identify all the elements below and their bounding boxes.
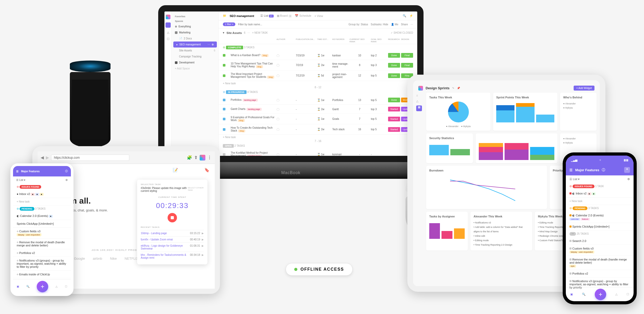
status-group-open[interactable]: OPEN 2 TASKS bbox=[219, 143, 417, 149]
current-rank-cell[interactable]: 7 bbox=[349, 117, 370, 120]
widget-security[interactable]: Security Statistics bbox=[426, 133, 473, 163]
add-view-button[interactable]: + View bbox=[314, 14, 323, 17]
task-row[interactable]: How To Create An Outstanding Tech Stackb… bbox=[219, 124, 417, 135]
date-cell[interactable]: - bbox=[296, 117, 316, 120]
goal-rank-cell[interactable]: top 5 bbox=[371, 99, 387, 102]
col-header[interactable]: GOAL SEO RANK bbox=[371, 38, 387, 43]
task-row[interactable]: ○ Notifications v3 (groups) - group by i… bbox=[13, 257, 71, 271]
author-cell[interactable]: ◯ bbox=[277, 153, 295, 156]
task-row[interactable]: Portfolios v2 bbox=[566, 270, 634, 277]
goal-rank-cell[interactable]: top 2 bbox=[371, 54, 387, 57]
keywords-cell[interactable]: Tech stack bbox=[332, 128, 348, 131]
select-other-button[interactable]: SELECT OTHER TASK bbox=[188, 187, 204, 192]
me-mode-toggle[interactable]: 👤 Me bbox=[391, 23, 398, 26]
col-header[interactable]: KEYWORDS bbox=[332, 38, 348, 43]
url-bar[interactable]: https://clickup.com bbox=[51, 155, 129, 161]
sidebar-item-campaign[interactable]: Campaign Tracking bbox=[172, 54, 218, 60]
task-row[interactable]: What is a Kanban Board?blog ◯ 7/15/19 ⌛ … bbox=[219, 51, 417, 60]
status-square-icon[interactable] bbox=[223, 64, 225, 67]
col-header[interactable]: TIME EST... bbox=[317, 38, 331, 43]
author-cell[interactable]: ◯ bbox=[277, 99, 295, 102]
goal-rank-cell[interactable]: top 3 bbox=[371, 108, 387, 111]
sidebar-item-everything[interactable]: ⊕Everything bbox=[172, 23, 218, 29]
task-scroll[interactable]: ⊖ ISSUES FOUND 1 TASK ◐ Inbox v2 ■■ + Ne… bbox=[566, 183, 634, 289]
add-icon[interactable]: + bbox=[624, 167, 630, 173]
goal-rank-cell[interactable]: top 3 bbox=[371, 64, 387, 67]
status-square-icon[interactable] bbox=[223, 99, 225, 101]
goal-rank-cell[interactable]: top 5 bbox=[371, 74, 387, 77]
filter-count-pill[interactable]: 1 filter × bbox=[223, 22, 235, 26]
list-item[interactable]: • Notifications v3 bbox=[474, 221, 529, 225]
play-icon[interactable]: ▶ bbox=[202, 238, 204, 241]
pin-icon[interactable]: 📌 bbox=[457, 87, 460, 90]
collapse-icon[interactable]: ⊖ bbox=[17, 207, 19, 210]
task-row[interactable]: ○ Custom fields v3tabpay · user-requeste… bbox=[13, 228, 71, 239]
selected-task[interactable]: #3v0mbi: Please update this image with c… bbox=[141, 187, 188, 192]
col-header[interactable]: DESIGN bbox=[401, 38, 413, 43]
status-square-icon[interactable] bbox=[223, 118, 225, 120]
keywords-cell[interactable]: kanban bbox=[332, 54, 348, 57]
widget-whos-behind[interactable]: Who's Behind ● Alexander ● Mykyta bbox=[560, 93, 597, 131]
email-icon[interactable]: ✉ bbox=[182, 168, 185, 173]
recent-task-row[interactable]: bhx - Reminders for Tasks/comments & Ass… bbox=[141, 252, 204, 261]
status-square-icon[interactable] bbox=[223, 54, 225, 57]
current-rank-cell[interactable]: 13 bbox=[349, 99, 370, 102]
status-square-icon[interactable] bbox=[223, 128, 225, 131]
bookmark-icon[interactable]: 🔖 bbox=[204, 168, 210, 173]
author-cell[interactable]: ◯ bbox=[277, 128, 295, 131]
date-cell[interactable]: 7/15/19 bbox=[296, 54, 316, 57]
widget-tasks-assignee[interactable]: Tasks by Assignee bbox=[426, 212, 468, 251]
filter-input[interactable] bbox=[238, 23, 271, 26]
new-task-button[interactable]: + New task bbox=[13, 198, 71, 205]
search-icon[interactable]: 🔍 bbox=[26, 285, 29, 288]
est-cell[interactable]: ⌛ 2w bbox=[317, 128, 331, 131]
add-widget-button[interactable]: + Add Widget bbox=[574, 86, 594, 91]
author-cell[interactable]: ◯ bbox=[277, 117, 295, 120]
current-rank-cell[interactable]: 8 bbox=[349, 64, 370, 67]
add-icon[interactable]: ⊕ bbox=[212, 43, 214, 46]
col-header[interactable]: AUTHOR bbox=[277, 38, 295, 43]
more-icon[interactable]: ⋯ bbox=[247, 31, 250, 34]
keywords-cell[interactable]: konmari bbox=[332, 153, 348, 156]
keywords-cell[interactable]: Goals bbox=[332, 117, 348, 120]
keywords-cell[interactable]: Gantt bbox=[332, 108, 348, 111]
play-icon[interactable]: ▶ bbox=[202, 244, 204, 250]
goal-rank-cell[interactable]: - bbox=[371, 153, 387, 156]
recent-task-row[interactable]: ek8hzq - Logo design for Goldeneye Swimw… bbox=[141, 242, 204, 252]
task-row[interactable]: The KonMari Method for Project Managemen… bbox=[219, 149, 417, 160]
bell-icon[interactable]: △ bbox=[56, 285, 58, 288]
menu-icon[interactable]: ☰ bbox=[569, 168, 573, 172]
task-row[interactable]: ○ Remove the modal of death (handle merg… bbox=[13, 239, 71, 249]
sliders-icon[interactable]: ⚙ bbox=[65, 179, 68, 181]
subtasks-dropdown[interactable]: Subtasks: Hide bbox=[371, 23, 388, 26]
date-cell[interactable]: - bbox=[296, 108, 316, 111]
task-row[interactable]: The Most Important Project Management Ti… bbox=[219, 70, 417, 81]
bell-icon[interactable]: △ bbox=[416, 99, 424, 103]
col-header[interactable]: RESEARCH bbox=[388, 38, 400, 43]
collapse-icon[interactable]: ⊖ bbox=[17, 185, 19, 188]
info-icon[interactable]: ⓘ bbox=[65, 169, 68, 173]
track-time-icon[interactable]: ⏱ bbox=[197, 168, 201, 173]
est-cell[interactable]: ⌛ 1w bbox=[317, 117, 331, 120]
task-row[interactable]: Remove the modal of death (handle merge … bbox=[566, 256, 634, 270]
task-row[interactable]: Gantt Chartslanding page ◯ - ⌛ 2w Gantt … bbox=[219, 105, 417, 114]
add-space-button[interactable]: + Add Space bbox=[172, 66, 218, 72]
task-row[interactable]: ◐ Calendar 2.0 (Events)calendarfeature bbox=[566, 212, 634, 223]
sidebar-item-development[interactable]: Development bbox=[172, 60, 218, 66]
home-icon[interactable] bbox=[165, 22, 171, 28]
more-icon[interactable]: ⋯ bbox=[410, 23, 413, 26]
date-cell[interactable]: - bbox=[296, 153, 316, 156]
home-icon[interactable]: ▣ bbox=[17, 285, 19, 288]
stop-button[interactable] bbox=[168, 213, 177, 222]
task-row[interactable]: 3 Ways To Make Customer Success Work For… bbox=[219, 160, 417, 162]
keywords-cell[interactable]: project man-agement bbox=[332, 73, 348, 79]
play-icon[interactable]: ▶ bbox=[202, 232, 204, 235]
list-item[interactable]: • Editing mode bbox=[474, 238, 529, 243]
sidebar-item-site-assets[interactable]: Site Assets6 bbox=[172, 48, 218, 54]
date-cell[interactable]: 7/12/19 bbox=[296, 74, 316, 77]
goal-rank-cell[interactable]: top 5 bbox=[371, 117, 387, 120]
current-rank-cell[interactable]: - bbox=[349, 153, 370, 156]
collapse-circle-icon[interactable]: ⊖ bbox=[223, 46, 225, 49]
task-row[interactable]: 10 Time Management Tips That Can Help Yo… bbox=[219, 60, 417, 70]
more-icon[interactable]: ⋯ bbox=[207, 43, 210, 46]
